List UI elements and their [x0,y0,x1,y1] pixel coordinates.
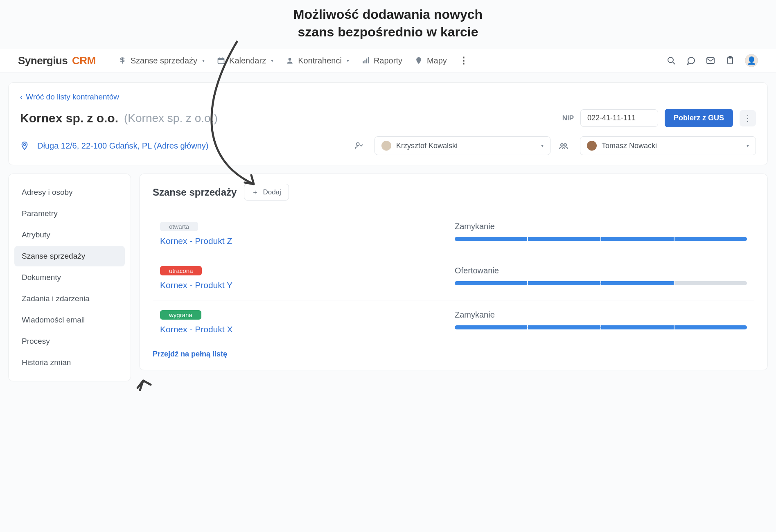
chevron-down-icon: ▾ [271,58,273,63]
nav-label: Kontrahenci [298,56,342,65]
nav-label: Szanse sprzedaży [131,56,197,65]
dots-vertical-icon: ⋮ [744,113,752,123]
progress-segment [601,237,674,241]
progress-segment [601,281,674,285]
chevron-down-icon: ▾ [202,58,205,63]
svg-rect-5 [366,59,368,63]
nav-label: Raporty [374,56,402,65]
add-opportunity-button[interactable]: ＋ Dodaj [244,184,289,201]
status-badge: otwarta [160,222,198,231]
progress-segment [455,281,527,285]
owner-avatar [381,141,391,151]
dots-vertical-icon: ⋮ [459,55,468,66]
nav-reports[interactable]: Raporty [361,55,402,66]
progress-segment [528,237,600,241]
dollar-icon [118,56,126,65]
owner-secondary-name: Tomasz Nowacki [602,142,657,150]
back-link[interactable]: ‹ Wróć do listy kontrahentów [20,92,119,101]
location-icon [20,141,29,150]
progress-bar [455,237,747,241]
sidebar-item[interactable]: Atrybuty [14,225,125,245]
search-button[interactable] [666,56,676,65]
stage-label: Zamykanie [455,310,747,320]
progress-segment [528,325,600,329]
sidebar-item[interactable]: Parametry [14,203,125,224]
svg-point-12 [356,143,359,146]
progress-bar [455,325,747,329]
svg-point-11 [24,144,26,146]
progress-segment [455,237,527,241]
opportunity-row: utraconaKornex - Produkt YOfertowanie [153,256,754,300]
chevron-down-icon: ▾ [347,58,349,63]
bars-icon [361,56,370,65]
more-actions-button[interactable]: ⋮ [740,110,756,126]
progress-bar [455,281,747,285]
company-name: Kornex sp. z o.o. [20,111,118,125]
svg-rect-1 [218,58,224,60]
header-actions: 👤 [666,54,758,67]
svg-point-7 [668,57,673,63]
nip-input[interactable] [580,109,658,127]
nav-label: Mapy [427,56,447,65]
sidebar-item[interactable]: Wiadomości email [14,310,125,330]
nip-label: NIP [562,114,574,122]
progress-segment [674,325,747,329]
company-alt-name: (Kornex sp. z o.o.) [124,112,218,125]
group-icon [559,141,568,151]
app-header: Synergius CRM Szanse sprzedaży ▾ Kalenda… [0,49,776,72]
opportunity-link[interactable]: Kornex - Produkt X [160,325,455,334]
opportunities-panel: Szanse sprzedaży ＋ Dodaj otwartaKornex -… [139,174,768,370]
stage-label: Ofertowanie [455,266,747,275]
stage-label: Zamykanie [455,222,747,231]
status-badge: wygrana [160,310,201,320]
nav-calendar[interactable]: Kalendarz ▾ [217,55,273,66]
nav-opportunities[interactable]: Szanse sprzedaży ▾ [118,55,205,66]
nav-label: Kalendarz [229,56,266,65]
company-header-card: ‹ Wróć do listy kontrahentów Kornex sp. … [8,82,768,165]
sidebar-item[interactable]: Szanse sprzedaży [14,246,125,266]
sidebar-nav: Adresy i osobyParametryAtrybutySzanse sp… [8,174,131,381]
owner-primary-select[interactable]: Krzysztof Kowalski ▾ [374,136,550,155]
nav-maps[interactable]: Mapy [415,55,447,66]
svg-point-2 [289,58,291,61]
progress-segment [674,281,747,285]
app-logo: Synergius CRM [18,54,96,67]
back-link-label: Wróć do listy kontrahentów [26,92,119,101]
user-avatar[interactable]: 👤 [745,54,758,67]
nav-contractors[interactable]: Kontrahenci ▾ [286,55,349,66]
gus-fetch-button[interactable]: Pobierz z GUS [665,109,733,127]
status-badge: utracona [160,266,202,275]
full-list-link[interactable]: Przejdź na pełną listę [153,350,227,358]
opportunity-link[interactable]: Kornex - Produkt Z [160,236,455,246]
pin-icon [415,56,423,65]
person-icon [286,56,294,65]
svg-rect-4 [364,60,365,63]
mail-button[interactable] [706,56,715,65]
svg-rect-3 [363,61,364,63]
annotation-top: Możliwość dodawania nowychszans bezpośre… [0,6,776,41]
chevron-down-icon: ▾ [747,143,749,149]
svg-rect-6 [368,57,369,63]
sidebar-item[interactable]: Procesy [14,331,125,352]
clipboard-button[interactable] [725,56,735,65]
sidebar-item[interactable]: Historia zmian [14,352,125,373]
opportunity-row: wygranaKornex - Produkt XZamykanie [153,300,754,344]
company-address[interactable]: Długa 12/6, 22-100 Gdańsk, PL (Adres głó… [37,141,208,151]
progress-segment [455,325,527,329]
sidebar-item[interactable]: Dokumenty [14,267,125,288]
opportunity-link[interactable]: Kornex - Produkt Y [160,280,455,290]
owner-secondary-select[interactable]: Tomasz Nowacki ▾ [580,136,756,155]
calendar-icon [217,56,225,65]
svg-point-13 [561,144,563,146]
progress-segment [674,237,747,241]
chevron-down-icon: ▾ [541,143,544,149]
progress-segment [528,281,600,285]
sidebar-item[interactable]: Adresy i osoby [14,182,125,203]
chat-button[interactable] [686,56,696,65]
progress-segment [601,325,674,329]
nav-more[interactable]: ⋮ [459,55,468,66]
svg-point-14 [564,144,566,146]
owner-primary-name: Krzysztof Kowalski [396,142,458,150]
sidebar-item[interactable]: Zadania i zdarzenia [14,289,125,309]
main-nav: Szanse sprzedaży ▾ Kalendarz ▾ Kontrahen… [118,55,468,66]
